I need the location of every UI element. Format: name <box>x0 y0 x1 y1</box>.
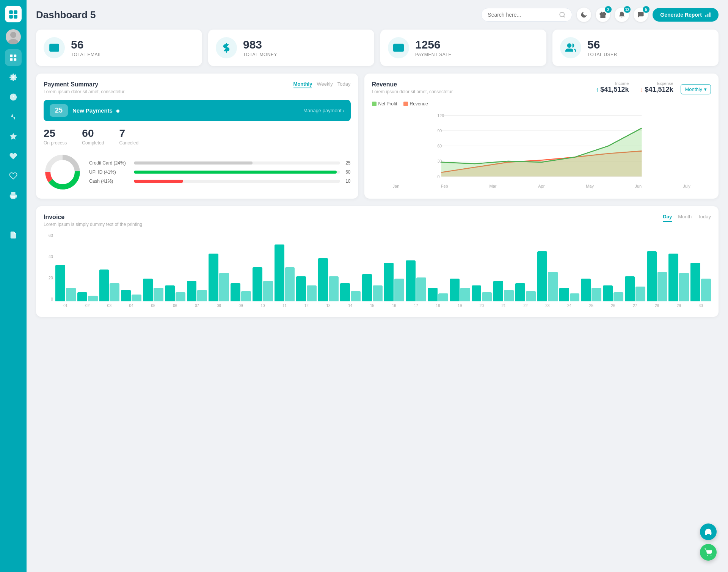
header: Dashboard 5 2 12 5 Generate Repo <box>36 8 719 22</box>
invoice-tab-month[interactable]: Month <box>678 214 692 222</box>
progress-value: 10 <box>343 179 351 184</box>
invoice-x-label: 25 <box>581 304 601 308</box>
sidebar-item-star[interactable] <box>5 128 22 145</box>
revenue-filter[interactable]: Monthly ▾ <box>681 84 711 94</box>
revenue-legend: Net Profit Revenue <box>372 101 711 107</box>
bar-tall <box>493 281 503 301</box>
bar-short <box>154 288 163 301</box>
support-fab[interactable] <box>700 523 717 540</box>
bar-group <box>690 263 711 301</box>
stat-icon-user <box>560 37 581 58</box>
bar-short <box>351 291 361 301</box>
legend-item-revenue: Revenue <box>403 101 428 107</box>
sidebar-item-info[interactable] <box>5 89 22 105</box>
svg-rect-6 <box>10 55 13 57</box>
payment-summary-subtitle: Lorem ipsum dolor sit amet, consectetur <box>44 89 124 94</box>
sidebar-item-dashboard[interactable] <box>5 49 22 66</box>
new-payments-label: New Payments <box>72 107 119 114</box>
bar-short <box>197 290 207 301</box>
theme-toggle-btn[interactable] <box>577 8 591 22</box>
legend-item-net-profit: Net Profit <box>372 101 397 107</box>
revenue-filter-label: Monthly <box>685 86 702 92</box>
stat-number-user: 56 <box>587 38 617 51</box>
main-content: Dashboard 5 2 12 5 Generate Repo <box>27 0 728 572</box>
chat-btn[interactable]: 5 <box>634 8 648 22</box>
bar-tall <box>581 279 591 301</box>
bar-short <box>329 276 339 301</box>
revenue-title: Revenue <box>372 81 453 88</box>
moon-icon <box>580 11 588 19</box>
bar-group <box>253 267 273 301</box>
generate-report-button[interactable]: Generate Report <box>653 8 719 22</box>
bar-group <box>537 251 558 301</box>
invoice-x-label: 08 <box>209 304 229 308</box>
legend-label: Revenue <box>410 101 428 107</box>
revenue-x-label: Apr <box>517 184 566 188</box>
revenue-x-label: May <box>566 184 614 188</box>
floating-buttons <box>700 523 717 561</box>
cart-fab[interactable] <box>700 544 717 561</box>
user-avatar[interactable] <box>6 29 21 44</box>
chevron-down-icon: ▾ <box>704 86 707 92</box>
bar-short <box>394 279 404 301</box>
bar-tall <box>77 292 87 301</box>
invoice-x-label: 22 <box>515 304 536 308</box>
bar-tall <box>253 267 262 301</box>
payment-tab-today[interactable]: Today <box>337 81 351 88</box>
donut-svg <box>44 153 82 191</box>
bar-group <box>362 274 383 301</box>
bar-tall <box>406 260 416 301</box>
np-dot <box>116 110 119 113</box>
bar-group <box>231 283 251 301</box>
search-input[interactable] <box>488 12 556 18</box>
page-title: Dashboard 5 <box>36 9 96 21</box>
bar-tall <box>625 276 635 301</box>
payment-metrics: 25 On process 60 Completed 7 Canceled <box>44 127 351 146</box>
bar-tall <box>384 263 394 301</box>
bell-btn[interactable]: 12 <box>615 8 629 22</box>
sidebar-item-heart2[interactable] <box>5 168 22 184</box>
income-icon: ↑ <box>596 86 599 93</box>
invoice-x-label: 13 <box>318 304 339 308</box>
sidebar-item-settings[interactable] <box>5 69 22 86</box>
bar-tall <box>603 285 613 301</box>
bar-short <box>701 279 711 301</box>
search-bar[interactable] <box>481 8 572 22</box>
payment-tab-monthly[interactable]: Monthly <box>293 81 312 88</box>
sidebar-item-doc[interactable] <box>5 227 22 243</box>
bar-short <box>504 290 514 301</box>
stat-card-email: 56 TOTAL EMAIL <box>36 30 202 66</box>
gift-badge: 2 <box>605 6 612 13</box>
stat-number-payment: 1256 <box>415 38 452 51</box>
sidebar-item-print[interactable] <box>5 187 22 204</box>
invoice-x-label: 18 <box>428 304 448 308</box>
sidebar-item-list[interactable] <box>5 207 22 224</box>
invoice-tab-day[interactable]: Day <box>663 214 672 222</box>
stat-card-payment: 1256 PAYMENT SALE <box>380 30 546 66</box>
metric-completed: 60 Completed <box>82 127 104 146</box>
invoice-x-label: 20 <box>472 304 492 308</box>
bar-short <box>307 285 317 301</box>
invoice-tab-today[interactable]: Today <box>698 214 711 222</box>
y-label: 90 <box>437 129 442 133</box>
revenue-subtitle: Lorem ipsum dolor sit amet, consectetur <box>372 89 453 94</box>
payment-tab-weekly[interactable]: Weekly <box>317 81 333 88</box>
bar-tall <box>690 263 700 301</box>
sidebar-item-heart[interactable] <box>5 148 22 165</box>
progress-fill <box>134 180 183 183</box>
bar-group <box>406 260 426 301</box>
revenue-card: Revenue Lorem ipsum dolor sit amet, cons… <box>364 74 719 199</box>
invoice-x-label: 23 <box>537 304 558 308</box>
sidebar-item-chart[interactable] <box>5 108 22 125</box>
progress-track <box>134 161 340 165</box>
svg-marker-13 <box>10 133 17 139</box>
bar-short <box>613 292 623 301</box>
stat-number-money: 983 <box>243 38 277 51</box>
svg-rect-1 <box>14 10 17 14</box>
invoice-x-label: 12 <box>296 304 317 308</box>
bar-tall <box>450 279 460 301</box>
donut-section: Credit Card (24%) 25 UPI ID (41%) 60 Cas… <box>44 153 351 191</box>
manage-payment-link[interactable]: Manage payment › <box>303 108 344 113</box>
gift-btn[interactable]: 2 <box>596 8 610 22</box>
invoice-y-label-60: 60 <box>44 233 53 238</box>
